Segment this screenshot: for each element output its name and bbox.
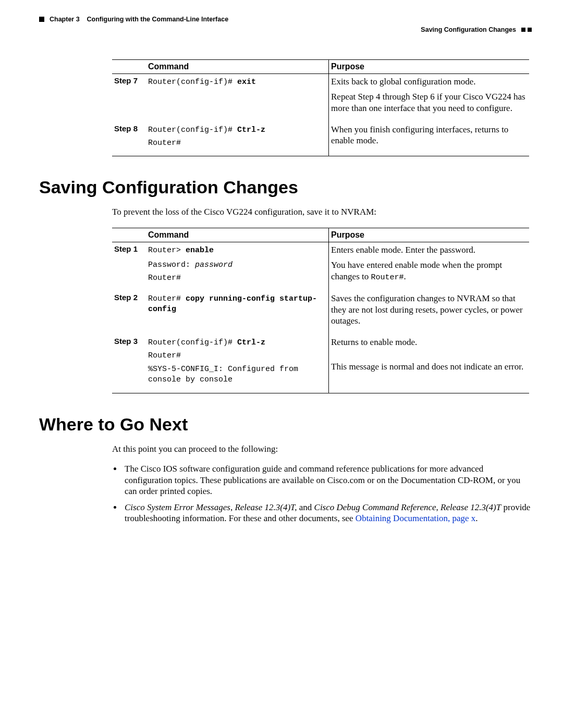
- table-row: Step 2 Router# copy running-config start…: [112, 291, 529, 335]
- col-purpose: Purpose: [329, 60, 530, 74]
- header-dot-icon: [521, 28, 525, 32]
- running-section: Saving Configuration Changes: [421, 26, 516, 33]
- step-label: Step 3: [112, 335, 146, 393]
- purpose-text: Saves the configuration changes to NVRAM…: [331, 293, 526, 326]
- command-table-2: Command Purpose Step 1 Router> enable Pa…: [112, 228, 529, 393]
- section-intro: At this point you can proceed to the fol…: [112, 443, 532, 454]
- purpose-text: Enters enable mode. Enter the password.: [331, 244, 526, 255]
- purpose-text: You have entered enable mode when the pr…: [331, 260, 526, 282]
- table-row: Step 8 Router(config-if)# Ctrl-z Router#…: [112, 122, 529, 156]
- chapter-title: Configuring with the Command-Line Interf…: [87, 16, 229, 23]
- page-header: Chapter 3 Configuring with the Command-L…: [39, 16, 532, 33]
- header-dot-icon: [528, 28, 532, 32]
- table-row: Step 3 Router(config-if)# Ctrl-z Router#…: [112, 335, 529, 393]
- list-item: The Cisco IOS software configuration gui…: [123, 463, 532, 497]
- cmd-keyword: Ctrl-z: [237, 338, 265, 347]
- cmd-prefix: Router(config-if)#: [148, 78, 237, 87]
- header-square-icon: [39, 17, 44, 22]
- step-label: Step 7: [112, 74, 146, 122]
- cmd-prefix: Router>: [148, 246, 186, 255]
- cmd-keyword: exit: [237, 78, 256, 87]
- step-label: Step 2: [112, 291, 146, 335]
- purpose-text: Exits back to global configuration mode.: [331, 76, 526, 87]
- table-row: Step 1 Router> enable Password: password…: [112, 242, 529, 291]
- table-row: Step 7 Router(config-if)# exit Exits bac…: [112, 74, 529, 122]
- cmd-output: Router#: [148, 139, 325, 147]
- col-command: Command: [146, 228, 329, 242]
- bullet-list: The Cisco IOS software configuration gui…: [123, 463, 532, 524]
- step-label: Step 1: [112, 242, 146, 291]
- command-table-1: Command Purpose Step 7 Router(config-if)…: [112, 59, 529, 156]
- purpose-text: Repeat Step 4 through Step 6 if your Cis…: [331, 91, 526, 114]
- step-label: Step 8: [112, 122, 146, 156]
- cmd-keyword: enable: [186, 246, 214, 255]
- cmd-prefix: Router#: [148, 294, 186, 303]
- list-item: Cisco System Error Messages, Release 12.…: [123, 502, 532, 524]
- purpose-text: This message is normal and does not indi…: [331, 361, 526, 372]
- cmd-keyword: Ctrl-z: [237, 126, 265, 134]
- cmd-output: Password:: [148, 261, 195, 269]
- section-heading-next: Where to Go Next: [39, 414, 532, 435]
- col-command: Command: [146, 60, 329, 74]
- section-intro: To prevent the loss of the Cisco VG224 c…: [112, 206, 532, 217]
- col-purpose: Purpose: [329, 228, 530, 242]
- cmd-output: Router#: [148, 351, 325, 360]
- purpose-text: When you finish configuring interfaces, …: [331, 124, 526, 146]
- cmd-output: %SYS-5-CONFIG_I: Configured from console…: [148, 364, 325, 385]
- cmd-arg: password: [195, 261, 232, 269]
- chapter-number: Chapter 3: [50, 16, 80, 23]
- cmd-prefix: Router(config-if)#: [148, 126, 237, 134]
- purpose-text: Returns to enable mode.: [331, 337, 526, 348]
- obtaining-documentation-link[interactable]: Obtaining Documentation, page x: [356, 513, 475, 523]
- section-heading-saving: Saving Configuration Changes: [39, 177, 532, 198]
- cmd-prefix: Router(config-if)#: [148, 338, 237, 347]
- cmd-output: Router#: [148, 274, 325, 282]
